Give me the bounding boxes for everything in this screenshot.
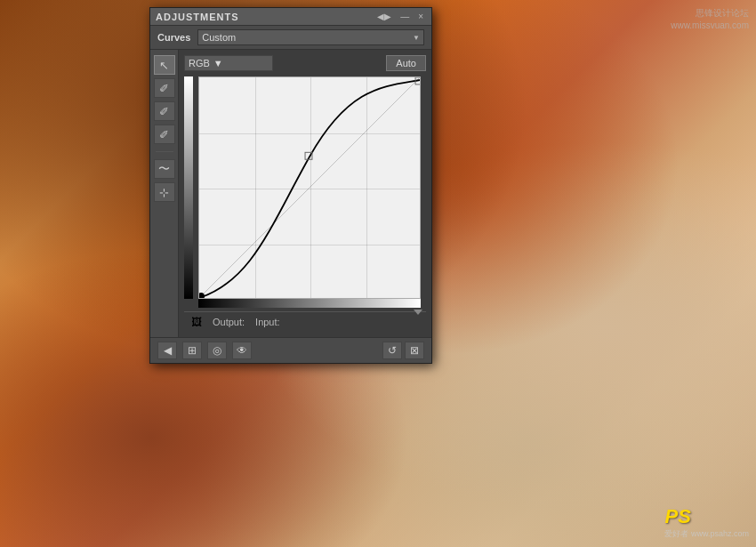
panel-titlebar: ADJUSTMENTS ◀▶ — × — [150, 8, 431, 26]
panel-title: ADJUSTMENTS — [156, 12, 239, 22]
curves-svg — [199, 77, 420, 298]
pointer-tool-button[interactable]: ↖ — [154, 55, 175, 75]
toolbar-divider — [156, 151, 173, 152]
panel-bottom-bar: ◀ ⊞ ◎ 👁 ↺ ⊠ — [150, 337, 431, 363]
ps-sub: 爱好者 www.psahz.com — [664, 528, 749, 540]
curves-area: RGB ▼ Auto — [179, 50, 431, 337]
preset-dropdown-arrow: ▼ — [413, 34, 420, 42]
output-input-row: 🖼 Output: Input: — [184, 311, 426, 332]
back-button[interactable]: ◀ — [157, 342, 177, 359]
channel-arrow: ▼ — [213, 58, 223, 68]
curves-label: Curves — [157, 32, 190, 43]
channel-row: RGB ▼ Auto — [184, 55, 426, 71]
ps-logo: PS — [664, 505, 690, 527]
channel-value: RGB — [189, 58, 210, 68]
reset-button[interactable]: ↺ — [382, 342, 402, 359]
panel-title-icons: ◀▶ — × — [374, 11, 426, 22]
target-button[interactable]: ⊹ — [154, 182, 175, 202]
adjustments-panel: ADJUSTMENTS ◀▶ — × Curves Custom ▼ ↖ ✐ ✐… — [149, 7, 432, 364]
preset-dropdown-value: Custom — [202, 32, 236, 43]
panel-menu-icon[interactable]: — — [398, 11, 412, 22]
output-icon: 🖼 — [191, 316, 202, 328]
horizontal-gradient-bar — [198, 299, 421, 308]
left-toolbar: ↖ ✐ ✐ ✐ 〜 ⊹ — [150, 50, 179, 337]
smooth-tool-button[interactable]: ✐ — [154, 101, 175, 121]
eye-button[interactable]: ◎ — [207, 342, 227, 359]
eyedropper-tool-button[interactable]: ✐ — [154, 125, 175, 144]
curves-canvas-wrapper — [184, 76, 426, 308]
channel-dropdown[interactable]: RGB ▼ — [184, 55, 273, 71]
panel-close-icon[interactable]: × — [415, 11, 426, 22]
pencil-tool-button[interactable]: ✐ — [154, 78, 175, 98]
input-label: Input: — [255, 317, 280, 327]
gradient-triangle — [414, 310, 422, 315]
panel-body: ↖ ✐ ✐ ✐ 〜 ⊹ RGB ▼ Auto — [150, 50, 431, 337]
auto-button[interactable]: Auto — [386, 55, 426, 71]
preset-dropdown[interactable]: Custom ▼ — [197, 29, 424, 45]
bottom-right-buttons: ↺ ⊠ — [382, 342, 424, 359]
watermark-bottom-right: PS 爱好者 www.psahz.com — [664, 505, 749, 540]
watermark-top-right: 思锋设计论坛 www.missvuan.com — [671, 7, 749, 32]
curve-mode-button[interactable]: 〜 — [154, 159, 175, 179]
visibility-button[interactable]: 👁 — [232, 342, 252, 359]
curves-canvas[interactable] — [198, 76, 421, 299]
delete-button[interactable]: ⊠ — [405, 342, 424, 359]
vertical-gradient-strip — [184, 76, 193, 299]
panel-curves-header: Curves Custom ▼ — [150, 26, 431, 50]
svg-line-0 — [199, 77, 420, 298]
output-label: Output: — [213, 317, 245, 327]
new-adjustment-button[interactable]: ⊞ — [182, 342, 202, 359]
panel-collapse-icon[interactable]: ◀▶ — [374, 11, 394, 22]
